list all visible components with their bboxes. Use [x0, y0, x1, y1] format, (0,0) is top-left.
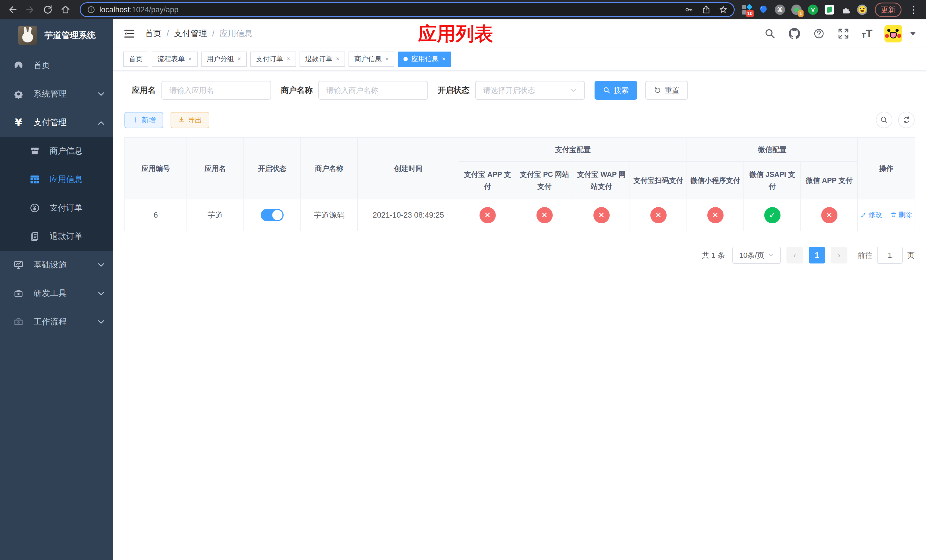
- close-icon[interactable]: ×: [188, 56, 192, 62]
- extension-command-icon[interactable]: ⌘: [775, 4, 785, 15]
- refresh-table-button[interactable]: [898, 112, 915, 128]
- tab-process-form[interactable]: 流程表单×: [152, 51, 198, 67]
- pay-submenu: 商户信息 应用信息 支付订单: [0, 137, 113, 251]
- sidebar-item-infra[interactable]: 基础设施: [0, 251, 113, 279]
- sidebar: 芋道管理系统 首页 系统管理 ¥ 支付管理: [0, 20, 113, 560]
- sidebar-item-workflow[interactable]: 工作流程: [0, 308, 113, 336]
- chrome-update-button[interactable]: 更新: [875, 3, 902, 17]
- download-icon: [178, 117, 185, 123]
- close-icon[interactable]: ×: [442, 56, 446, 62]
- tab-home[interactable]: 首页: [123, 51, 148, 67]
- col-actions: 操作: [858, 138, 915, 199]
- cell-actions: 修改 删除: [858, 199, 915, 231]
- shop-icon: [29, 145, 41, 156]
- extension-badge: 1: [798, 10, 803, 17]
- status-toggle[interactable]: [261, 209, 284, 221]
- breadcrumb-home[interactable]: 首页: [145, 28, 162, 39]
- browser-reload-button[interactable]: [41, 2, 55, 17]
- browser-forward-button[interactable]: [23, 2, 38, 17]
- plus-icon: [132, 117, 139, 123]
- add-button[interactable]: 新增: [124, 112, 163, 128]
- prev-page-button[interactable]: ‹: [787, 247, 803, 263]
- merchant-name-input[interactable]: [318, 81, 428, 100]
- bookmark-star-icon[interactable]: [719, 5, 728, 14]
- search-icon[interactable]: [764, 27, 776, 40]
- close-icon[interactable]: ×: [238, 56, 241, 62]
- browser-back-button[interactable]: [5, 2, 20, 17]
- sidebar-item-pay[interactable]: ¥ 支付管理: [0, 108, 113, 137]
- sidebar-item-app-info[interactable]: 应用信息: [0, 165, 113, 194]
- chevron-down-icon: [98, 289, 104, 298]
- reset-button[interactable]: 重置: [645, 81, 688, 100]
- sidebar-item-refund-order[interactable]: 退款订单: [0, 222, 113, 251]
- cell-alipay-wap: ✕: [573, 199, 630, 231]
- page-number-1[interactable]: 1: [809, 247, 825, 263]
- extension-badge: 10: [746, 10, 754, 17]
- cell-status: [244, 199, 301, 231]
- fullscreen-icon[interactable]: [837, 27, 850, 40]
- breadcrumb-current: 应用信息: [219, 28, 253, 39]
- next-page-button[interactable]: ›: [831, 247, 847, 263]
- cell-app-name: 芋道: [187, 199, 244, 231]
- sidebar-logo[interactable]: 芋道管理系统: [0, 20, 113, 51]
- profile-avatar-icon[interactable]: [857, 5, 867, 15]
- sidebar-item-merchant-info[interactable]: 商户信息: [0, 137, 113, 165]
- toggle-search-button[interactable]: [876, 112, 893, 128]
- extension-balloon-icon[interactable]: [758, 4, 769, 15]
- cell-merchant: 芋道源码: [301, 199, 358, 231]
- search-icon: [880, 116, 888, 124]
- tab-user-group[interactable]: 用户分组×: [201, 51, 247, 67]
- sidebar-item-pay-order[interactable]: 支付订单: [0, 194, 113, 222]
- dashboard-icon: [12, 60, 25, 71]
- search-button[interactable]: 搜索: [595, 81, 637, 100]
- extension-recorder-icon[interactable]: 1: [791, 4, 802, 15]
- edit-link[interactable]: 修改: [861, 210, 882, 219]
- col-create-time: 创建时间: [358, 138, 459, 199]
- extensions-puzzle-icon[interactable]: [841, 4, 851, 15]
- app-name-input[interactable]: [162, 81, 271, 100]
- password-key-icon[interactable]: [685, 5, 693, 14]
- export-button[interactable]: 导出: [171, 112, 209, 128]
- user-avatar[interactable]: [884, 25, 902, 42]
- delete-link[interactable]: 删除: [890, 210, 912, 219]
- close-icon[interactable]: ×: [385, 56, 389, 62]
- col-app-id: 应用编号: [125, 138, 187, 199]
- logo-image: [18, 26, 37, 45]
- browser-toolbar: localhost:1024/pay/app 10 ⌘ 1 V: [0, 0, 926, 20]
- sidebar-item-home[interactable]: 首页: [0, 51, 113, 80]
- sidebar-collapse-icon[interactable]: [123, 28, 135, 39]
- cell-alipay-pc: ✕: [516, 199, 573, 231]
- sidebar-item-system[interactable]: 系统管理: [0, 80, 113, 108]
- help-icon[interactable]: [813, 27, 825, 40]
- close-icon[interactable]: ×: [287, 56, 291, 62]
- breadcrumb-pay[interactable]: 支付管理: [174, 28, 207, 39]
- browser-menu-icon[interactable]: ⋮: [907, 5, 920, 14]
- avatar-dropdown-caret[interactable]: [910, 32, 916, 36]
- site-info-icon[interactable]: [87, 5, 95, 14]
- table-toolbar: 新增 导出: [124, 112, 915, 128]
- font-size-icon[interactable]: TT: [862, 28, 873, 39]
- sidebar-item-devtools[interactable]: 研发工具: [0, 279, 113, 308]
- tab-pay-order[interactable]: 支付订单×: [250, 51, 296, 67]
- page-size-select[interactable]: 10条/页: [732, 247, 781, 264]
- status-select[interactable]: 请选择开启状态: [475, 81, 585, 100]
- tab-app-info[interactable]: 应用信息×: [398, 51, 451, 67]
- document-icon: [29, 231, 41, 242]
- extension-doc-icon[interactable]: [824, 4, 835, 15]
- status-fail-icon: ✕: [480, 207, 496, 223]
- close-icon[interactable]: ×: [336, 56, 340, 62]
- browser-home-button[interactable]: [58, 2, 73, 17]
- briefcase-icon: [12, 316, 25, 327]
- chevron-down-icon: [98, 260, 104, 270]
- github-icon[interactable]: [788, 27, 801, 40]
- tab-merchant-info[interactable]: 商户信息×: [348, 51, 394, 67]
- tab-refund-order[interactable]: 退款订单×: [300, 51, 345, 67]
- trash-icon: [890, 212, 897, 218]
- goto-page-input[interactable]: [877, 247, 903, 264]
- col-alipay-wap: 支付宝 WAP 网站支付: [573, 162, 630, 199]
- share-icon[interactable]: [702, 5, 710, 14]
- address-bar[interactable]: localhost:1024/pay/app: [80, 2, 735, 17]
- extension-v-icon[interactable]: V: [808, 4, 819, 15]
- extension-sider-icon[interactable]: 10: [741, 4, 752, 15]
- cell-alipay-qr: ✕: [630, 199, 687, 231]
